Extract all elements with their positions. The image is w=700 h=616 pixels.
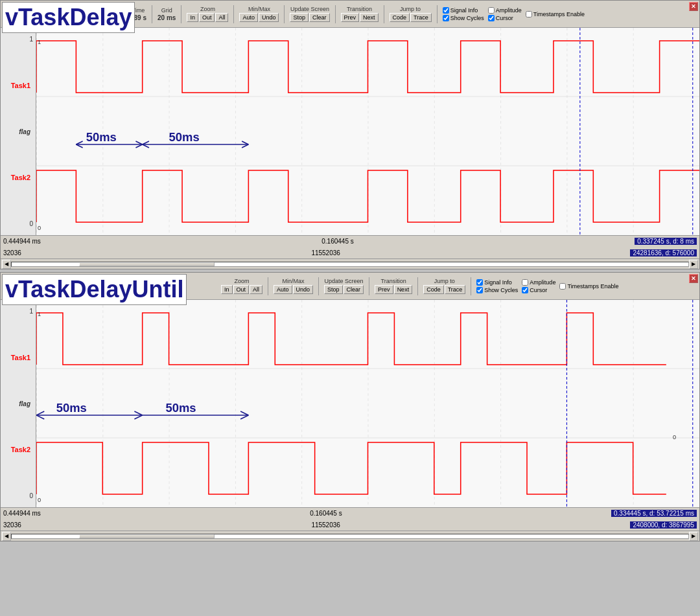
- svg-text:50ms: 50ms: [165, 402, 196, 415]
- sep4: [284, 5, 285, 23]
- signal-info-row: Signal Info: [443, 7, 484, 14]
- svg-text:0: 0: [38, 225, 41, 231]
- flag-label-1: flag: [3, 128, 33, 135]
- close-button-2[interactable]: ✕: [689, 274, 698, 283]
- minmax-undo-button[interactable]: Undo: [259, 13, 279, 22]
- minmax-label: Min/Max: [248, 6, 270, 12]
- svg-text:50ms: 50ms: [56, 402, 87, 415]
- minmax-auto-button-2[interactable]: Auto: [274, 285, 292, 294]
- sep5: [335, 5, 336, 23]
- zoom-label: Zoom: [200, 6, 215, 12]
- sep7: [437, 5, 438, 23]
- scrollbar-track-2[interactable]: [11, 534, 689, 539]
- zoom-all-button-2[interactable]: All: [250, 285, 262, 294]
- signal-labels-2: 1 Task1 flag Task2 0: [1, 300, 36, 507]
- update-group: Update Screen Stop Clear: [290, 6, 329, 22]
- panel-title-2: vTaskDelayUntil: [2, 274, 187, 305]
- jumpto-label: Jump to: [400, 6, 421, 12]
- status-right-2a: 0.334445 s, d: 53.72215 ms: [611, 510, 697, 517]
- zoom-controls-2: In Out All: [221, 285, 262, 294]
- status-highlight-1a: 0.337245 s, d: 8 ms: [635, 238, 697, 245]
- status-mid-2a: 0.160445 s: [310, 510, 342, 517]
- cursor-checkbox[interactable]: [488, 15, 495, 21]
- update-clear-button[interactable]: Clear: [309, 13, 330, 22]
- minmax-undo-button-2[interactable]: Undo: [293, 285, 314, 294]
- timestamps-checkbox[interactable]: [526, 11, 532, 17]
- amplitude-checkbox-2[interactable]: [522, 279, 528, 286]
- scroll-right-btn-2[interactable]: ▶: [689, 532, 698, 541]
- grid-label: Grid: [161, 7, 172, 14]
- scroll-left-btn-1[interactable]: ◀: [2, 260, 11, 269]
- jump-code-button[interactable]: Code: [390, 13, 410, 22]
- zoom-out-button-2[interactable]: Out: [233, 285, 250, 294]
- sep3: [233, 5, 234, 23]
- show-cycles-label: Show Cycles: [450, 15, 484, 21]
- zoom-group: Zoom In Out All: [187, 6, 228, 22]
- jump-trace-button-2[interactable]: Trace: [445, 285, 466, 294]
- trans-prev-button[interactable]: Prev: [341, 13, 360, 22]
- sep1: [152, 5, 152, 23]
- panel-vtaskdelay: ✕ vTaskDelay Time 789 s Grid 20 ms Zoom …: [0, 0, 700, 269]
- zoom-out-button[interactable]: Out: [199, 13, 215, 22]
- show-cycles-checkbox-2[interactable]: [476, 287, 483, 293]
- status-right-1b: 24281636, d: 576000: [630, 249, 697, 257]
- zoom-in-button[interactable]: In: [187, 13, 198, 22]
- update-controls: Stop Clear: [290, 13, 329, 22]
- zoom-in-button-2[interactable]: In: [221, 285, 233, 294]
- scrollbar-thumb-1[interactable]: [79, 262, 215, 266]
- show-cycles-checkbox[interactable]: [443, 15, 449, 21]
- waveform-canvas-1: 50ms 50ms 1: [36, 28, 699, 235]
- minmax-auto-button[interactable]: Auto: [239, 13, 258, 22]
- status-highlight-1b: 24281636, d: 576000: [630, 249, 697, 257]
- timestamps-label: Timestamps Enable: [533, 11, 585, 17]
- y-axis-bottom-2: 0: [3, 492, 33, 499]
- scrollbar-thumb-2[interactable]: [79, 534, 215, 538]
- update-clear-button-2[interactable]: Clear: [344, 285, 364, 294]
- minmax-controls: Auto Undo: [239, 13, 279, 22]
- cursor-row: Cursor: [488, 15, 522, 21]
- svg-text:0: 0: [673, 434, 676, 440]
- signal-info-label: Signal Info: [450, 7, 478, 14]
- jump-code-button-2[interactable]: Code: [423, 285, 444, 294]
- trans-next-button-2[interactable]: Next: [394, 285, 413, 294]
- minmax-group-2: Min/Max Auto Undo: [274, 278, 313, 294]
- jump-trace-button[interactable]: Trace: [410, 13, 432, 22]
- timestamps-label-2: Timestamps Enable: [567, 283, 618, 290]
- signal-info-label-2: Signal Info: [484, 279, 512, 286]
- amplitude-checkbox[interactable]: [488, 7, 495, 14]
- timestamps-checkbox-2[interactable]: [559, 283, 566, 290]
- transition-controls-2: Prev Next: [375, 285, 412, 294]
- timestamps-row-2: Timestamps Enable: [559, 283, 618, 290]
- update-stop-button[interactable]: Stop: [290, 13, 309, 22]
- status-right-2b: 2408000, d: 3867995: [630, 521, 697, 529]
- transition-label-2: Transition: [381, 278, 406, 284]
- jumpto-group: Jump to Code Trace: [390, 6, 432, 22]
- status-highlight-2a: 0.334445 s, d: 53.72215 ms: [611, 510, 697, 517]
- close-button-1[interactable]: ✕: [689, 2, 698, 11]
- svg-text:1: 1: [38, 39, 41, 45]
- panel-title-1: vTaskDelay: [2, 2, 135, 33]
- transition-controls: Prev Next: [341, 13, 379, 22]
- amplitude-label-2: Amplitude: [530, 279, 555, 286]
- amplitude-row: Amplitude: [488, 7, 522, 14]
- checkbox-group-6: Timestamps Enable: [559, 283, 618, 290]
- update-controls-2: Stop Clear: [324, 285, 364, 294]
- scrollbar-track-1[interactable]: [11, 262, 689, 267]
- trans-next-button[interactable]: Next: [360, 13, 379, 22]
- update-stop-button-2[interactable]: Stop: [324, 285, 343, 294]
- status-bar-1a: 0.444944 ms 0.160445 s 0.337245 s, d: 8 …: [1, 235, 699, 247]
- zoom-all-button[interactable]: All: [215, 13, 228, 22]
- task2-label-1: Task2: [3, 174, 33, 181]
- signal-info-checkbox-2[interactable]: [476, 279, 483, 286]
- zoom-label-2: Zoom: [235, 278, 250, 284]
- status-highlight-2b: 2408000, d: 3867995: [630, 521, 697, 529]
- zoom-group-2: Zoom In Out All: [221, 278, 262, 294]
- toolbar-1: vTaskDelay Time 789 s Grid 20 ms Zoom In…: [1, 1, 699, 28]
- cursor-row-2: Cursor: [522, 287, 555, 293]
- cursor-checkbox-2[interactable]: [522, 287, 528, 293]
- scroll-left-btn-2[interactable]: ◀: [2, 532, 11, 541]
- signal-info-checkbox[interactable]: [443, 7, 449, 14]
- checkbox-group-5: Amplitude Cursor: [522, 279, 555, 293]
- trans-prev-button-2[interactable]: Prev: [375, 285, 393, 294]
- scroll-right-btn-1[interactable]: ▶: [689, 260, 698, 269]
